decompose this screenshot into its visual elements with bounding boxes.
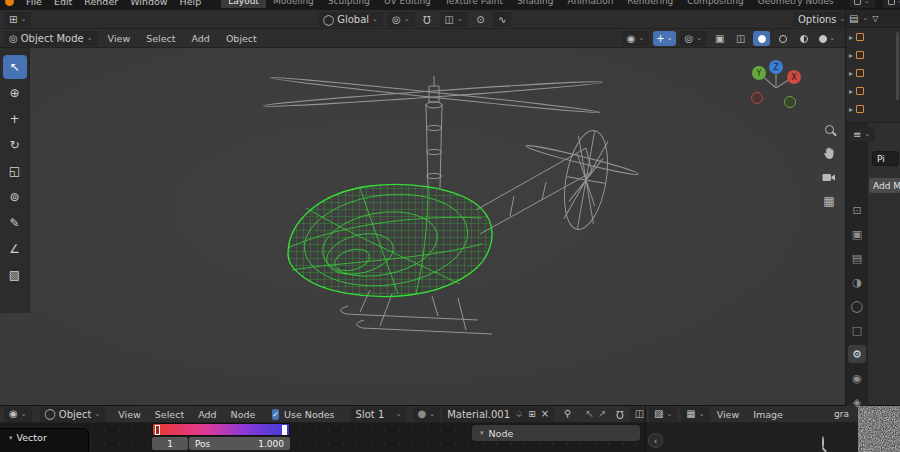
pivot-point-dropdown[interactable]: ◎ ⌄ xyxy=(387,12,415,27)
ramp-index-field[interactable]: 1 xyxy=(152,437,188,450)
shader-type-dropdown[interactable]: ◯ Object ⌄ xyxy=(40,407,106,422)
tool-select-box[interactable]: ↖ xyxy=(3,55,27,79)
slot-dropdown[interactable]: Slot 1 ⌄ xyxy=(351,407,407,422)
menu-select[interactable]: Select xyxy=(140,33,181,44)
workspace-tab-layout[interactable]: Layout xyxy=(221,0,266,8)
tab-scene[interactable]: ◑ xyxy=(848,273,866,291)
noise-texture-preview[interactable] xyxy=(858,406,900,452)
material-id-block[interactable]: Material.001 ♤ ⊞ × xyxy=(442,407,554,422)
tab-object-data[interactable]: ◈ xyxy=(848,393,866,411)
tab-tool[interactable]: ⊡ xyxy=(848,201,866,219)
tool-cursor[interactable]: ⊕ xyxy=(3,81,27,105)
region-toggle[interactable]: ◫ xyxy=(732,31,749,46)
outliner-row[interactable]: ▸ xyxy=(846,64,900,82)
menu-edit[interactable]: Edit xyxy=(48,0,78,7)
ramp-stop-marker[interactable] xyxy=(155,425,160,435)
expander-icon[interactable]: ▸ xyxy=(849,105,853,114)
collapse-node-icon[interactable]: ▾ xyxy=(9,435,13,442)
copy-icon[interactable]: ⊞ xyxy=(528,410,536,419)
helicopter-body-selected[interactable] xyxy=(288,184,492,296)
magnet-icon[interactable]: Ω xyxy=(616,409,624,420)
menu-file[interactable]: File xyxy=(20,0,48,7)
tool-scale[interactable]: ◱ xyxy=(3,159,27,183)
funnel-icon[interactable]: ▽ xyxy=(872,15,878,23)
collapse-region-button[interactable]: ‹ xyxy=(648,433,663,448)
shield-icon[interactable]: ♤ xyxy=(515,410,523,419)
tool-transform[interactable]: ⊚ xyxy=(3,185,27,209)
menu-window[interactable]: Window xyxy=(124,0,173,7)
menu-object[interactable]: Object xyxy=(220,33,263,44)
workspace-tab-sculpting[interactable]: Sculpting xyxy=(321,0,377,8)
ramp-position-field[interactable]: Pos 1.000 xyxy=(189,437,290,450)
tool-measure[interactable]: ∠ xyxy=(3,237,27,261)
expander-icon[interactable]: ▸ xyxy=(849,51,853,60)
overlays-dropdown[interactable]: ◎ ⌄ xyxy=(680,31,708,46)
show-gizmo-toggle[interactable]: + ⌄ xyxy=(653,31,675,46)
unlink-icon[interactable]: × xyxy=(541,409,549,419)
mode-dropdown[interactable]: ◎ Object Mode ⌄ xyxy=(4,31,98,46)
snap-toggle-button[interactable]: Ω xyxy=(419,12,436,27)
menu-view[interactable]: View xyxy=(102,33,137,44)
scene-selector[interactable]: ⌄ xyxy=(849,0,875,8)
gizmo-neg-y-axis[interactable] xyxy=(785,97,796,108)
shading-wireframe-button[interactable] xyxy=(774,31,791,46)
menu-view[interactable]: View xyxy=(710,409,747,420)
expander-icon[interactable]: ▸ xyxy=(849,69,853,78)
object-visibility-dropdown[interactable]: ◉ ⌄ xyxy=(622,31,650,46)
shading-material-button[interactable] xyxy=(795,31,812,46)
gizmo-neg-x-axis[interactable] xyxy=(752,93,763,104)
transform-orientation-dropdown[interactable]: ◯ Global ⌄ xyxy=(318,12,383,27)
outliner-row[interactable]: ▸ xyxy=(846,100,900,118)
tab-render[interactable]: ▣ xyxy=(848,225,866,243)
material-preview-dropdown[interactable]: ● ⌄ xyxy=(413,407,441,422)
color-ramp-widget[interactable]: 1 Pos 1.000 xyxy=(152,423,290,450)
viewport-3d[interactable]: Z Y X xyxy=(0,48,845,405)
menu-view[interactable]: View xyxy=(111,409,148,420)
workspace-tab-shading[interactable]: Shading xyxy=(510,0,561,8)
parent-up-icon[interactable]: ↖ xyxy=(585,409,593,419)
parent-down-icon[interactable]: ↗ xyxy=(598,409,606,419)
panel-collapse-icon[interactable]: ▾ xyxy=(480,430,484,437)
image-editor-type-button[interactable]: ▨ ⌄ xyxy=(649,407,677,422)
workspace-tab-modeling[interactable]: Modeling xyxy=(266,0,321,8)
expander-icon[interactable]: ▸ xyxy=(849,33,853,42)
workspace-tab-geometry-nodes[interactable]: Geometry Nodes xyxy=(751,0,841,8)
shader-editor-type-button[interactable]: ◉ ⌄ xyxy=(4,407,32,422)
image-zoom-button[interactable] xyxy=(822,437,824,448)
tab-modifiers[interactable]: ⚙ xyxy=(848,345,866,363)
options-dropdown[interactable]: Options ⌄ xyxy=(793,12,850,27)
shading-rendered-button[interactable]: ⌄ xyxy=(816,31,838,46)
add-material-button[interactable]: Add M xyxy=(869,178,900,193)
tool-add-cube[interactable]: ▧ xyxy=(3,263,27,287)
menu-help[interactable]: Help xyxy=(174,0,208,7)
snap-settings-dropdown[interactable]: ◫ ⌄ xyxy=(440,12,468,27)
tab-output[interactable]: ▤ xyxy=(848,249,866,267)
tab-physics[interactable]: ◉ xyxy=(848,369,866,387)
node-editor-canvas[interactable]: ▾ Vector 1 Pos 1.000 ▾ Node xyxy=(0,423,645,452)
properties-editor-type-button[interactable]: ≡ ⌄ xyxy=(848,127,875,142)
camera-view-button[interactable] xyxy=(820,168,838,186)
helicopter-model[interactable] xyxy=(30,48,845,405)
vector-node[interactable]: ▾ Vector xyxy=(0,428,89,452)
proportional-edit-button[interactable]: ⊙ xyxy=(472,12,489,27)
ramp-stop-marker-active[interactable] xyxy=(282,425,287,435)
toggle-ortho-button[interactable]: ▦ xyxy=(820,192,838,210)
tool-move[interactable]: + xyxy=(3,107,27,131)
view-layer-selector[interactable]: ⌄ xyxy=(883,0,900,8)
xray-toggle[interactable]: ▣ xyxy=(711,31,728,46)
blender-logo-icon[interactable] xyxy=(5,0,14,6)
editor-type-button[interactable]: ⊞ ⌄ xyxy=(4,12,31,27)
color-ramp-gradient[interactable] xyxy=(152,423,290,436)
image-mode-dropdown[interactable]: ▦ ⌄ xyxy=(681,407,709,422)
outliner-row[interactable]: ▸ xyxy=(846,82,900,100)
workspace-tab-uv-editing[interactable]: UV Editing xyxy=(377,0,438,8)
zoom-button[interactable] xyxy=(820,120,838,138)
menu-image[interactable]: Image xyxy=(746,409,790,420)
menu-select[interactable]: Select xyxy=(148,409,191,420)
outliner-row[interactable]: ▸ xyxy=(846,28,900,46)
menu-render[interactable]: Render xyxy=(78,0,124,7)
use-nodes-checkbox[interactable]: ✓ xyxy=(272,409,279,420)
outliner-scrollbar[interactable] xyxy=(896,32,899,100)
pin-icon[interactable]: ⚲ xyxy=(564,409,571,419)
outliner-filter-icon[interactable]: ▤ xyxy=(849,14,858,24)
